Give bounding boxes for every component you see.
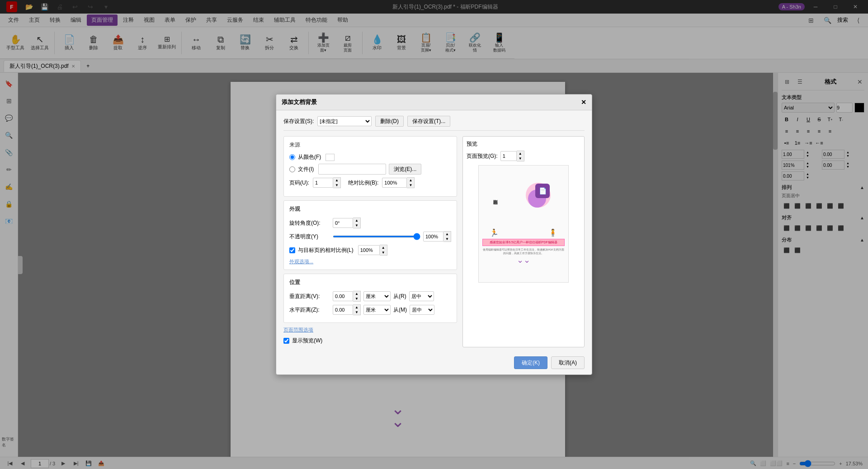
preview-page-label: 页面预览(G): <box>467 152 498 160</box>
rotation-up-btn[interactable]: ▲ <box>353 218 360 223</box>
show-preview-row: 显示预览(W) <box>283 337 457 345</box>
color-radio-label: 从颜色(F) <box>298 153 321 161</box>
preview-page-input[interactable] <box>500 151 517 161</box>
save-settings-row: 保存设置(S): [未指定] 删除(D) 保存设置(T)... <box>283 116 585 131</box>
file-path-input[interactable] <box>318 164 386 175</box>
outer-section: 外观 旋转角度(O): ▲ ▼ <box>283 200 457 270</box>
preview-page-down[interactable]: ▼ <box>517 156 524 161</box>
page-num-row: 页码(U): ▲ ▼ <box>289 177 341 188</box>
rotation-input[interactable] <box>333 218 353 228</box>
scale-input-field[interactable] <box>382 178 407 188</box>
prev-banner: 感谢您如全球6.5亿用户一样信任福昕PDF编辑器 <box>482 239 565 246</box>
file-radio[interactable] <box>289 166 295 172</box>
prev-fig-right: 🧍 <box>548 228 557 237</box>
save-settings-btn[interactable]: 保存设置(T)... <box>407 116 450 127</box>
vertical-label: 垂直距离(V): <box>289 293 330 300</box>
advanced-link[interactable]: 外观选项... <box>289 258 451 265</box>
prev-logo: 📄 <box>535 184 550 198</box>
ratio-down-btn[interactable]: ▼ <box>380 250 387 255</box>
preview-title: 预览 <box>467 140 580 148</box>
rotation-row: 旋转角度(O): ▲ ▼ <box>289 218 451 228</box>
horiz-unit-select[interactable]: 厘米 <box>363 305 391 315</box>
page-input-field[interactable] <box>313 178 333 188</box>
horiz-from-select[interactable]: 居中 <box>410 305 434 315</box>
show-preview-label: 显示预览(W) <box>292 337 322 345</box>
vertical-row: 垂直距离(V): ▲ ▼ 厘米 从(R) <box>289 291 451 302</box>
opacity-down-btn[interactable]: ▼ <box>443 237 451 242</box>
confirm-btn[interactable]: 确定(K) <box>514 356 547 369</box>
browse-btn[interactable]: 浏览(E)... <box>389 164 421 175</box>
delete-settings-btn[interactable]: 删除(D) <box>375 116 404 127</box>
rotation-spinner: ▲ ▼ <box>333 218 361 228</box>
ratio-up-btn[interactable]: ▲ <box>380 245 387 250</box>
page-down-btn[interactable]: ▼ <box>333 183 340 188</box>
save-settings-select[interactable]: [未指定] <box>317 116 372 126</box>
dialog-close-btn[interactable]: ✕ <box>581 99 586 106</box>
dialog-overlay: 添加文档背景 ✕ 保存设置(S): [未指定] 删除(D) 保存设置(T)... <box>0 0 868 469</box>
opacity-input[interactable] <box>423 232 443 242</box>
scale-up-btn[interactable]: ▲ <box>407 178 414 183</box>
horiz-spinner: ▲ ▼ <box>333 304 361 315</box>
source-section: 来源 从颜色(F) 文件(I) 浏览(E)... <box>283 136 457 197</box>
prev-desc: 使用福昕编辑器可以帮您在日常工作生活法，快速解决PDF文档方面的问题，高效工作方… <box>482 248 565 256</box>
vert-down-btn[interactable]: ▼ <box>353 296 360 301</box>
ratio-checkbox-row: 与目标页的相对比例(L) ▲ ▼ <box>289 245 451 256</box>
vert-spinner: ▲ ▼ <box>333 291 361 302</box>
horiz-input[interactable] <box>333 305 353 315</box>
page-spinner: ▲ ▼ <box>313 177 341 188</box>
page-up-btn[interactable]: ▲ <box>333 178 340 183</box>
dialog-columns: 来源 从颜色(F) 文件(I) 浏览(E)... <box>283 136 585 347</box>
source-title: 来源 <box>289 141 451 151</box>
file-radio-label: 文件(I) <box>298 166 314 173</box>
prev-chevron: ⌄⌄ <box>517 255 530 265</box>
scale-down-btn[interactable]: ▼ <box>407 183 414 188</box>
vert-from-label: 从(R) <box>393 293 406 300</box>
page-range-row: 页面范围选项 <box>283 327 457 333</box>
cancel-btn[interactable]: 取消(A) <box>551 356 585 369</box>
horiz-from-label: 从(M) <box>393 306 407 314</box>
opacity-up-btn[interactable]: ▲ <box>443 232 451 237</box>
page-spinner-btns: ▲ ▼ <box>333 177 341 188</box>
vert-up-btn[interactable]: ▲ <box>353 291 360 296</box>
scale-spinner: ▲ ▼ <box>382 177 415 188</box>
page-scale-row: 页码(U): ▲ ▼ 绝对比例(B): <box>289 177 451 192</box>
preview-image: 📄 欢迎来到福昕 🏃 🧍 感谢您如全球6.5亿用户一样信任福昕PDF编辑器 使用… <box>478 165 569 283</box>
save-settings-label: 保存设置(S): <box>283 118 314 125</box>
color-radio[interactable] <box>289 154 295 160</box>
ratio-input[interactable] <box>358 245 380 255</box>
scale-row: 绝对比例(B): ▲ ▼ <box>348 177 415 188</box>
preview-page-btns: ▲ ▼ <box>517 151 524 161</box>
horiz-up-btn[interactable]: ▲ <box>353 305 360 310</box>
dialog-footer: 确定(K) 取消(A) <box>276 353 592 374</box>
opacity-label: 不透明度(Y) <box>289 233 330 241</box>
rotation-spinner-btns: ▲ ▼ <box>353 218 361 228</box>
opacity-spinner-btns: ▲ ▼ <box>443 231 451 242</box>
outer-title: 外观 <box>289 205 451 215</box>
show-preview-checkbox[interactable] <box>283 338 289 344</box>
rotation-label: 旋转角度(O): <box>289 219 330 227</box>
scale-label: 绝对比例(B): <box>348 179 378 187</box>
opacity-slider[interactable] <box>333 236 420 237</box>
ratio-checkbox[interactable] <box>289 247 295 253</box>
horiz-down-btn[interactable]: ▼ <box>353 310 360 315</box>
scale-spinner-btns: ▲ ▼ <box>407 177 415 188</box>
dialog-title-bar: 添加文档背景 ✕ <box>276 95 592 110</box>
color-radio-row: 从颜色(F) <box>289 153 451 161</box>
preview-content: 📄 欢迎来到福昕 🏃 🧍 感谢您如全球6.5亿用户一样信任福昕PDF编辑器 使用… <box>479 166 568 282</box>
opacity-spinner: ▲ ▼ <box>423 231 451 242</box>
add-background-dialog: 添加文档背景 ✕ 保存设置(S): [未指定] 删除(D) 保存设置(T)... <box>276 94 592 375</box>
page-label: 页码(U): <box>289 179 309 187</box>
preview-illustration: 📄 欢迎来到福昕 🏃 🧍 <box>487 183 560 237</box>
vert-input[interactable] <box>333 291 353 301</box>
color-swatch[interactable] <box>326 154 335 161</box>
ratio-label: 与目标页的相对比例(L) <box>298 246 354 254</box>
prev-fig-left: 🏃 <box>490 228 499 237</box>
opacity-row: 不透明度(Y) ▲ ▼ <box>289 231 451 242</box>
rotation-down-btn[interactable]: ▼ <box>353 223 360 228</box>
dialog-body: 保存设置(S): [未指定] 删除(D) 保存设置(T)... 来源 从颜色(F <box>276 110 592 353</box>
vert-unit-select[interactable]: 厘米 <box>363 291 391 301</box>
page-range-link[interactable]: 页面范围选项 <box>283 327 313 332</box>
preview-page-up[interactable]: ▲ <box>517 151 524 156</box>
vert-spinner-btns: ▲ ▼ <box>353 291 361 302</box>
vert-from-select[interactable]: 居中 <box>409 291 434 301</box>
